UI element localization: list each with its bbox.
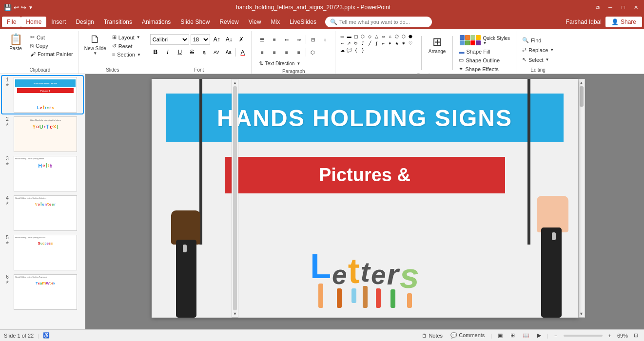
close-button[interactable]: ✕ [631,3,640,12]
v-scroll-left[interactable]: ▲ ▼ [232,79,238,318]
menu-home[interactable]: Home [21,17,46,27]
indent-decrease-button[interactable]: ⇐ [281,34,292,45]
bold-button[interactable]: B [150,47,161,57]
shape-arrow4[interactable]: ⤴ [360,40,366,46]
section-button[interactable]: ≡ Section ▼ [110,51,143,58]
shape-cloud[interactable]: ☁ [339,47,346,53]
shape-heart[interactable]: ♡ [408,40,414,46]
shape-parallelogram[interactable]: ▱ [380,33,387,39]
clear-format-button[interactable]: ✗ [236,34,247,45]
save-icon[interactable]: 💾 [4,4,12,11]
slide-thumb-3[interactable]: 3 ★ Hands Holding Letters Spelling Healt… [2,155,83,192]
slide-thumb-6[interactable]: 6 ★ Hands Holding Letters Spelling Teamw… [2,273,83,311]
v-scroll-right[interactable]: ▲ ▼ [578,79,585,318]
replace-button[interactable]: ⇄ Replace ▼ [520,46,556,54]
shape-triangle[interactable]: △ [373,33,380,39]
shape-brace1[interactable]: { [353,47,359,53]
zoom-in-button[interactable]: + [606,332,613,339]
line-spacing-button[interactable]: ↕ [320,34,331,45]
maximize-button[interactable]: □ [619,3,627,12]
shape-hex[interactable]: ⬡ [401,33,407,39]
slide-thumb-2[interactable]: 2 ★ Make Words by changing the letters Y… [2,115,83,153]
italic-button[interactable]: I [162,47,173,57]
align-center-button[interactable]: ≡ [269,47,280,57]
shape-diamond[interactable]: ◇ [367,33,373,39]
normal-view-button[interactable]: ▣ [496,332,505,339]
shape-star4[interactable]: ✦ [387,40,393,46]
smartart-button[interactable]: ⬡ [308,47,318,57]
paste-button[interactable]: 📋 Paste [5,33,26,52]
restore-button[interactable]: ⧉ [593,3,602,12]
shape-line[interactable]: ╱ [367,40,373,46]
font-color-button[interactable]: A [237,47,248,57]
fit-slide-button[interactable]: ⊡ [632,332,640,339]
indent-increase-button[interactable]: ⇒ [293,34,304,45]
arrange-button[interactable]: ⊞ Arrange [426,33,449,56]
strikethrough-button[interactable]: S [187,47,197,57]
scroll-down-arrow[interactable]: ▼ [233,311,237,316]
menu-insert[interactable]: Insert [46,17,71,27]
shape-trap[interactable]: ⌂ [387,33,393,39]
slide-sorter-button[interactable]: ⊞ [508,332,517,339]
char-spacing-button[interactable]: AV [211,47,222,57]
shape-elbow[interactable]: ⌐ [380,40,387,46]
slide-thumb-5[interactable]: 5 ★ Hands Holding Letters Spelling Succe… [2,234,83,271]
menu-animations[interactable]: Animations [137,17,176,27]
quick-styles-button[interactable]: Quick Styles ▼ [457,33,513,47]
menu-view[interactable]: View [244,17,266,27]
shape-outline-button[interactable]: ▭ Shape Outline [457,56,513,64]
scroll-right-thumb[interactable] [580,86,584,107]
shape-arrow3[interactable]: ↻ [353,40,359,46]
menu-mix[interactable]: Mix [266,17,285,27]
search-input[interactable] [339,19,427,25]
select-button[interactable]: ↖ Select ▼ [520,56,551,64]
columns-button[interactable]: ⊟ [308,34,318,45]
text-direction-button[interactable]: ⇅ Text Direction ▼ [257,59,303,68]
redo-icon[interactable]: ↪ [21,4,26,11]
shape-brace2[interactable]: } [360,47,366,53]
slide-thumb-4[interactable]: 4 ★ Hands Holding Letters Spelling Volun… [2,194,83,232]
scroll-right-down[interactable]: ▼ [579,311,584,316]
zoom-out-button[interactable]: − [552,332,559,339]
find-button[interactable]: 🔍 Find [520,36,543,44]
shape-star5[interactable]: ★ [394,40,400,46]
align-left-button[interactable]: ≡ [257,47,268,57]
shape-oct[interactable]: ⬣ [408,33,414,39]
menu-liveslides[interactable]: LiveSlides [285,17,321,27]
undo-icon[interactable]: ↩ [14,4,19,11]
menu-slideshow[interactable]: Slide Show [176,17,215,27]
comments-button[interactable]: 💬 Comments [449,332,487,339]
menu-review[interactable]: Review [215,17,243,27]
shape-pentagon[interactable]: ⬠ [394,33,400,39]
shape-effects-button[interactable]: ✦ Shape Effects [457,65,513,73]
decrease-font-button[interactable]: A↓ [224,34,234,45]
shape-fill-button[interactable]: ▬ Shape Fill [457,48,513,56]
shape-snip[interactable]: ⬡ [360,33,366,39]
shape-arrow2[interactable]: ↗ [346,40,352,46]
shape-star6[interactable]: ✶ [401,40,407,46]
scroll-thumb[interactable] [233,86,237,310]
slide-red-banner[interactable]: Pictures & [225,157,505,193]
new-slide-button[interactable]: 🗋 New Slide ▼ [82,33,108,57]
cut-button[interactable]: ✂ Cut [28,33,75,41]
slide-thumb-1[interactable]: 1 ★ HANDS HOLDING SIGNS Pictures & L e t… [2,76,83,114]
align-right-button[interactable]: ≡ [281,47,292,57]
font-name-select[interactable]: Calibri [150,34,189,45]
layout-button[interactable]: ⊞ Layout ▼ [110,33,143,41]
slideshow-button[interactable]: ▶ [535,332,543,339]
copy-button[interactable]: ⎘ Copy [28,42,75,50]
shape-rounded[interactable]: ▢ [353,33,359,39]
shape-callout1[interactable]: 💬 [346,47,352,53]
justify-button[interactable]: ≡ [293,47,304,57]
menu-file[interactable]: File [2,17,21,27]
format-painter-button[interactable]: 🖌 Format Painter [28,50,75,58]
reading-view-button[interactable]: 📖 [521,332,531,339]
numbering-button[interactable]: ≡ [269,34,280,45]
zoom-slider[interactable] [564,335,603,337]
slide-blue-banner[interactable]: HANDS HOLDING SIGNS [166,94,564,142]
shape-rect2[interactable]: ▬ [346,33,352,39]
increase-font-button[interactable]: A↑ [212,34,222,45]
bullets-button[interactable]: ☰ [257,34,268,45]
underline-button[interactable]: U [175,47,185,57]
minimize-button[interactable]: ─ [606,3,615,12]
